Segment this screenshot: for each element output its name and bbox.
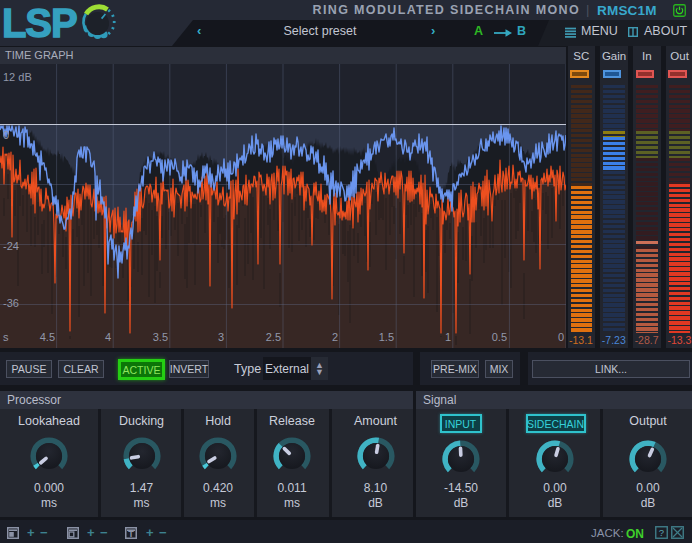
svg-text:0: 0	[558, 331, 564, 343]
svg-text:s: s	[3, 331, 9, 343]
svg-text:4: 4	[105, 331, 111, 343]
svg-text:0.5: 0.5	[492, 331, 507, 343]
svg-text:?: ?	[659, 527, 664, 538]
svg-text:12 dB: 12 dB	[3, 71, 32, 83]
svg-text:-24: -24	[3, 240, 19, 252]
svg-text:3.5: 3.5	[153, 331, 168, 343]
svg-text:1.5: 1.5	[379, 331, 394, 343]
svg-text:4.5: 4.5	[40, 331, 55, 343]
svg-text:2: 2	[332, 331, 338, 343]
svg-text:-36: -36	[3, 297, 19, 309]
svg-text:0: 0	[3, 129, 9, 141]
svg-text:1: 1	[445, 331, 451, 343]
svg-text:2.5: 2.5	[266, 331, 281, 343]
svg-text:3: 3	[218, 331, 224, 343]
